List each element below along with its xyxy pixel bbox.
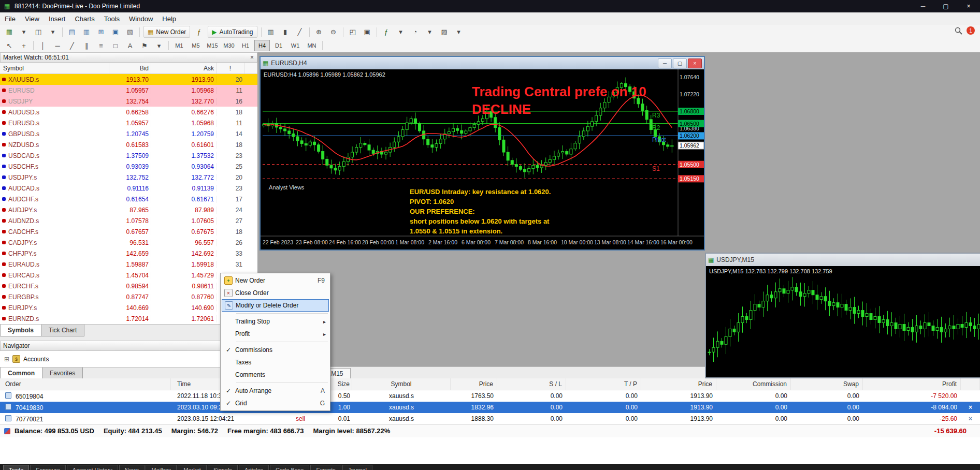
text-icon[interactable]: A (123, 40, 137, 51)
menu-item-help[interactable]: Help (157, 13, 181, 24)
column-spread[interactable]: ! (217, 63, 244, 74)
market-watch-row[interactable]: AUDNZD.s1.075781.0760527 (0, 215, 257, 226)
context-menu-item-trailing-stop[interactable]: Trailing Stop▸ (221, 315, 330, 328)
menu-item-insert[interactable]: Insert (44, 13, 70, 24)
profiles-dropdown-icon[interactable]: ▾ (46, 26, 60, 38)
tab-favorites[interactable]: Favorites (42, 368, 83, 379)
market-watch-row[interactable]: CHFJPY.s142.659142.69233 (0, 248, 257, 259)
context-menu-item-auto-arrange[interactable]: ✓Auto ArrangeA (221, 385, 330, 397)
order-row[interactable]: 707700212023.03.15 12:04:21sell0.01xauus… (0, 413, 980, 424)
terminal-column-tp[interactable]: T / P (566, 378, 641, 390)
market-watch-row[interactable]: NZDUSD.s0.615830.6160118 (0, 139, 257, 150)
context-menu-item-profit[interactable]: Profit▸ (221, 328, 330, 340)
new-order-button[interactable]: ▦ New Order (143, 26, 190, 38)
context-menu-item-comments[interactable]: Comments (221, 369, 330, 381)
menu-item-view[interactable]: View (20, 13, 44, 24)
terminal-tab-mailbox[interactable]: Mailbox (146, 465, 177, 470)
indicators-dropdown-icon[interactable]: ▾ (394, 26, 408, 38)
shapes-dropdown-icon[interactable]: ▾ (152, 40, 166, 51)
context-menu-item-modify-or-delete-order[interactable]: ✎Modify or Delete Order (222, 299, 329, 312)
terminal-column-profit[interactable]: Profit (863, 378, 961, 390)
market-watch-row[interactable]: CADCHF.s0.676570.6767518 (0, 226, 257, 237)
market-watch-row[interactable]: USDJPY.s132.752132.77220 (0, 172, 257, 183)
market-watch-row[interactable]: GBPUSD.s1.207451.2075914 (0, 128, 257, 139)
terminal-tab-market[interactable]: Market (178, 465, 207, 470)
terminal-column-order[interactable]: Order (0, 378, 171, 390)
market-watch-row[interactable]: USDJPY132.754132.77016 (0, 96, 257, 107)
tab-tick-chart[interactable]: Tick Chart (41, 325, 84, 336)
market-watch-row[interactable]: EURCHF.s0.985940.98611 (0, 281, 257, 291)
cascade-windows-icon[interactable]: ▣ (361, 26, 374, 38)
minimize-button[interactable]: ─ (912, 0, 934, 12)
usdjpy-window-titlebar[interactable]: ▦ USDJPY,M15 (706, 254, 980, 266)
data-window-icon[interactable]: ▥ (80, 26, 93, 38)
terminal-icon[interactable]: ▣ (109, 26, 122, 38)
terminal-tab-journal[interactable]: Journal (342, 465, 372, 470)
tab-symbols[interactable]: Symbols (0, 325, 41, 336)
tree-item-accounts[interactable]: Accounts (23, 356, 49, 363)
fibonacci-icon[interactable]: ≡ (94, 40, 108, 51)
market-watch-row[interactable]: EURUSD1.059571.0596811 (0, 85, 257, 96)
market-watch-row[interactable]: EURCAD.s1.457041.45729 (0, 270, 257, 281)
market-watch-row[interactable]: AUDCHF.s0.616540.6167117 (0, 194, 257, 204)
menu-item-window[interactable]: Window (124, 13, 157, 24)
arrow-tools-icon[interactable]: ⚑ (138, 40, 151, 51)
timeframe-h1[interactable]: H1 (238, 40, 253, 51)
market-watch-row[interactable]: EURJPY.s140.669140.690 (0, 302, 257, 313)
experts-icon[interactable]: ƒ (192, 26, 206, 38)
chart-restore-button[interactable]: ▢ (673, 58, 687, 68)
strategy-tester-icon[interactable]: ▧ (123, 26, 137, 38)
terminal-tab-account-history[interactable]: Account History (67, 465, 118, 470)
menu-item-tools[interactable]: Tools (99, 13, 124, 24)
market-watch-row[interactable]: EURUSD.s1.059571.0596811 (0, 118, 257, 128)
search-icon[interactable] (955, 27, 962, 35)
trendline-icon[interactable]: ╱ (65, 40, 79, 51)
terminal-column-price[interactable]: Price (641, 378, 716, 390)
chart-minimize-button[interactable]: ─ (658, 58, 672, 68)
shapes-icon[interactable]: □ (109, 40, 122, 51)
bar-chart-icon[interactable]: ▥ (264, 26, 278, 38)
zoom-out-icon[interactable]: ⊖ (327, 26, 340, 38)
context-menu-item-close-order[interactable]: ×Close Order (221, 287, 330, 299)
terminal-tab-trade[interactable]: Trade (3, 465, 29, 470)
terminal-tab-exposure[interactable]: Exposure (30, 465, 65, 470)
terminal-column-sl[interactable]: S / L (497, 378, 566, 390)
terminal-column-swap[interactable]: Swap (791, 378, 863, 390)
timeframe-m30[interactable]: M30 (221, 40, 237, 51)
channel-icon[interactable]: ∥ (80, 40, 93, 51)
menu-item-charts[interactable]: Charts (70, 13, 99, 24)
column-symbol[interactable]: Symbol (0, 63, 109, 74)
terminal-tab-code-base[interactable]: Code Base (270, 465, 309, 470)
market-watch-row[interactable]: XAUUSD.s1913.701913.9020 (0, 74, 257, 85)
timeframe-m1[interactable]: M1 (171, 40, 187, 51)
timeframe-m15[interactable]: M15 (205, 40, 220, 51)
zoom-in-icon[interactable]: ⊕ (312, 26, 326, 38)
timeframe-h4[interactable]: H4 (254, 40, 270, 51)
timeframe-w1[interactable]: W1 (287, 40, 303, 51)
notification-badge[interactable]: 1 (967, 26, 975, 35)
order-close-button[interactable]: × (961, 415, 980, 422)
cursor-icon[interactable]: ↖ (3, 40, 16, 51)
context-menu-item-grid[interactable]: ✓GridG (221, 397, 330, 409)
market-watch-row[interactable]: USDCHF.s0.930390.9306425 (0, 161, 257, 172)
tree-expand-icon[interactable]: ⊞ (4, 356, 9, 363)
market-watch-row[interactable]: AUDJPY.s87.96587.98924 (0, 204, 257, 215)
terminal-column-symbol[interactable]: Symbol (352, 378, 451, 390)
tab-common[interactable]: Common (0, 368, 42, 379)
timeframe-d1[interactable]: D1 (271, 40, 286, 51)
autotrading-button[interactable]: ▶ AutoTrading (208, 26, 257, 38)
timeframe-m5[interactable]: M5 (188, 40, 204, 51)
context-menu-item-new-order[interactable]: +New OrderF9 (221, 274, 330, 287)
profiles-icon[interactable]: ◫ (32, 26, 45, 38)
terminal-tab-experts[interactable]: Experts (310, 465, 341, 470)
periods-icon[interactable]: ◔ (409, 26, 422, 38)
market-watch-row[interactable]: CADJPY.s96.53196.55726 (0, 237, 257, 248)
market-watch-row[interactable]: EURNZD.s1.720141.72061 (0, 313, 257, 324)
eurusd-chart-canvas[interactable]: R3R2PivotS11.076401.072201.063801.068001… (261, 69, 704, 249)
terminal-tab-news[interactable]: News (119, 465, 145, 470)
crosshair-icon[interactable]: + (17, 40, 31, 51)
new-chart-icon[interactable]: ▦ (3, 26, 16, 38)
column-bid[interactable]: Bid (109, 63, 151, 74)
market-watch-row[interactable]: EURAUD.s1.598871.5991831 (0, 259, 257, 270)
tile-windows-icon[interactable]: ◰ (346, 26, 359, 38)
